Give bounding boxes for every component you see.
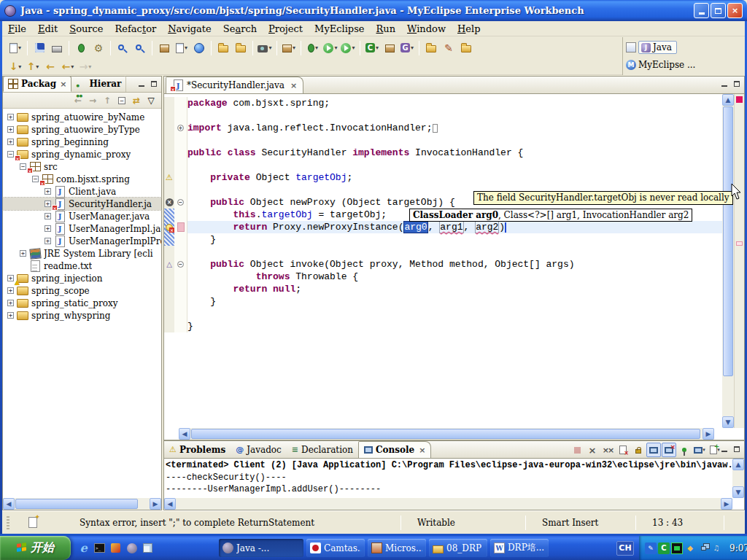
code-line-17[interactable]: } [164,295,722,308]
code-line-14[interactable]: △− public Object invoke(Object proxy, Me… [164,258,722,271]
external-tools-dropdown[interactable]: ▾ [352,44,355,51]
view-menu-icon[interactable]: ▽ [144,94,158,107]
code-line-7[interactable]: ⚠ private Object targetObj; [164,171,722,184]
task-button-micros-[interactable]: Micros... [368,539,426,557]
quick-launch-show-desktop[interactable] [141,541,155,555]
java-perspective-button[interactable]: J Java [638,41,677,54]
forward-history-dropdown[interactable]: ▾ [88,63,91,70]
scroll-thumb[interactable] [15,499,138,509]
code-line-4[interactable] [164,134,722,147]
last-edit-location-button[interactable]: ← [42,58,59,75]
tree-item-jre-system-library-ecli[interactable]: +JRE System Library [ecli [3,247,161,260]
scroll-down-arrow[interactable]: ▼ [732,486,744,498]
fold-toggle[interactable]: − [177,261,184,268]
scroll-right-arrow[interactable]: ▶ [150,498,161,510]
quick-launch-internet-explorer[interactable]: e [77,541,90,555]
debug-button[interactable]: ▾ [304,39,322,57]
tray-messenger-icon[interactable]: ✎ [645,542,657,554]
quick-launch-command-prompt[interactable]: >_ [93,541,107,555]
tree-item-src[interactable]: −×src [3,160,161,173]
editor-vscrollbar[interactable]: ▲ ▼ [722,94,734,428]
tree-expander[interactable]: + [7,275,14,281]
minimize-console-button[interactable] [719,444,730,454]
tree-expander[interactable]: + [44,188,51,195]
remove-all-terminated-button[interactable] [600,443,615,457]
menu-window[interactable]: Window [401,22,452,36]
tree-expander[interactable]: + [44,201,51,207]
tree-item-spring_dynamic_proxy[interactable]: −×spring_dynamic_proxy [3,148,161,160]
tree-item-spring_static_proxy[interactable]: +spring_static_proxy [3,297,161,309]
new-package-wizard-button[interactable] [155,39,173,57]
scroll-up-arrow[interactable]: ▲ [732,459,744,470]
deploy-project-button[interactable] [232,39,249,57]
close-tab-icon[interactable]: × [419,446,425,455]
show-stderr-button[interactable] [662,443,676,457]
tree-expander[interactable]: + [44,225,51,232]
bookmark-folder-button[interactable] [457,39,475,57]
capture-screen-dropdown[interactable]: ▾ [268,44,271,51]
new-wizard-dropdown[interactable]: ▾ [18,44,21,51]
tree-expander[interactable]: + [44,238,51,244]
code-line-6[interactable] [164,159,722,171]
new-class-dropdown[interactable]: ▾ [376,44,379,51]
external-tools-button[interactable]: ▾ [339,39,357,57]
close-editor-icon[interactable]: × [290,81,297,90]
minimize-view-button[interactable] [136,79,147,89]
tree-item-spring_atuowire_byname[interactable]: +spring_atuowire_byName [3,111,161,123]
code-line-3[interactable]: +import java.lang.reflect.InvocationHand… [164,122,722,134]
debug-dropdown[interactable]: ▾ [315,44,318,51]
scroll-left-arrow[interactable]: ◀ [179,428,190,440]
console-vscrollbar[interactable]: ▲ ▼ [732,459,744,498]
tree-item-spring_beginning[interactable]: +spring_beginning [3,136,161,148]
scroll-thumb[interactable] [723,106,733,376]
insert-mode-indicator[interactable]: Smart Insert [526,518,635,528]
code-line-1[interactable]: package com.bjsxt.spring; [164,97,722,109]
tree-expander[interactable]: − [7,151,14,158]
code-line-16[interactable]: return null; [164,283,722,295]
menu-help[interactable]: Help [452,22,487,36]
tree-expander[interactable]: + [7,287,14,294]
restore-button[interactable] [711,3,726,18]
new-interface-dropdown[interactable]: ▾ [411,44,414,51]
new-web-component-dropdown[interactable]: ▾ [293,44,295,51]
scroll-down-arrow[interactable]: ▼ [722,416,734,428]
tree-item-securityhandler.ja[interactable]: +J×SecurityHandler.ja [3,198,161,210]
next-annotation-dropdown[interactable]: ▾ [18,63,21,70]
tree-item-com.bjsxt.spring[interactable]: −×com.bjsxt.spring [3,173,161,185]
print-button[interactable] [48,39,66,57]
myeclipse-perspective-button[interactable]: MyEclipse ... [638,60,695,70]
maximize-view-button[interactable] [148,79,160,89]
annotate-button[interactable]: ✎ [440,39,457,57]
tab-securityhandler-java[interactable]: J× *SecurityHandler.java × [166,77,303,93]
task-button-drp-[interactable]: WDRP培... [490,539,549,557]
run-button[interactable]: ▾ [322,39,339,57]
tree-item-spring_atuowire_bytype[interactable]: +spring_atuowire_byType [3,123,161,136]
task-button-camtas-[interactable]: Camtas... [306,539,365,557]
menu-navigate[interactable]: Navigate [162,22,217,36]
maximize-console-button[interactable] [731,444,743,454]
previous-annotation-button[interactable]: ↑▾ [24,58,42,75]
tab-hierarchy[interactable]: Hierar [71,76,126,92]
search-javadoc-button[interactable] [131,39,149,57]
tree-expander[interactable]: + [7,300,14,306]
tab-declaration[interactable]: ≡Declaration [287,441,358,458]
tree-item-client.java[interactable]: +JClient.java [3,185,161,198]
menu-myeclipse[interactable]: MyEclipse [309,22,370,36]
code-area[interactable]: package com.bjsxt.spring;+import java.la… [164,94,722,428]
code-line-2[interactable] [164,109,722,122]
up-icon[interactable]: ↑ [100,94,115,107]
save-button[interactable] [31,39,48,57]
code-line-13[interactable] [164,246,722,258]
code-line-19[interactable]: } [164,320,722,332]
run-dropdown[interactable]: ▾ [334,44,337,51]
code-line-11[interactable]: return Proxy.newProxyInstance(arg0, arg1… [164,221,722,233]
next-annotation-button[interactable]: ↓▾ [7,58,24,75]
tree-expander[interactable]: + [44,213,51,219]
close-button[interactable]: × [727,3,743,18]
pin-console-button[interactable] [677,443,692,457]
scroll-right-arrow[interactable]: ▶ [721,498,732,510]
tree-expander[interactable]: + [7,114,14,120]
tree-expander[interactable]: + [20,250,26,257]
language-indicator[interactable]: CH [616,541,634,556]
tree-item-spring_scope[interactable]: +spring_scope [3,284,161,297]
